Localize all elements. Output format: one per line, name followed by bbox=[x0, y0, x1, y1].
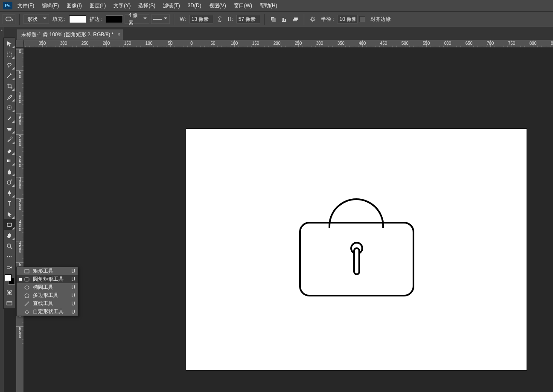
keyhole-slot-shape[interactable] bbox=[353, 247, 360, 275]
svg-rect-20 bbox=[7, 52, 12, 56]
ruler-origin[interactable] bbox=[16, 40, 24, 48]
path-selection-tool[interactable] bbox=[4, 209, 15, 219]
menu-item[interactable]: 文件(F) bbox=[14, 0, 38, 12]
eraser-tool[interactable] bbox=[4, 145, 15, 155]
menu-item[interactable]: 3D(D) bbox=[184, 0, 205, 12]
menu-item[interactable]: 选择(S) bbox=[134, 0, 159, 12]
svg-point-39 bbox=[25, 286, 29, 289]
flyout-item-shortcut: U bbox=[71, 301, 75, 307]
canvas-viewport[interactable] bbox=[24, 48, 553, 392]
flyout-item-label: 多边形工具 bbox=[33, 292, 58, 299]
close-tab-icon[interactable]: × bbox=[117, 32, 120, 38]
brush-tool[interactable] bbox=[4, 113, 15, 123]
shape-tool-flyout: 矩形工具U圆角矩形工具U椭圆工具U多边形工具U直线工具U自定形状工具U bbox=[16, 267, 78, 316]
document-tab-title: 未标题-1 @ 100% (圆角矩形 2, RGB/8) * bbox=[21, 31, 114, 38]
svg-point-28 bbox=[7, 244, 11, 247]
svg-rect-27 bbox=[7, 223, 12, 226]
width-input[interactable] bbox=[189, 15, 213, 23]
align-edges-label: 对齐边缘 bbox=[370, 16, 391, 23]
flyout-item-custom[interactable]: 自定形状工具U bbox=[17, 308, 78, 316]
menu-item[interactable]: 编辑(E) bbox=[38, 0, 63, 12]
ruler-vertical[interactable]: 050100150200250300350400450500550600650 bbox=[16, 48, 24, 392]
stroke-swatch[interactable] bbox=[106, 15, 123, 23]
stroke-style-dropdown[interactable] bbox=[151, 15, 170, 24]
svg-line-17 bbox=[314, 20, 314, 21]
link-wh-icon[interactable] bbox=[215, 15, 224, 24]
screen-mode-icon[interactable] bbox=[4, 298, 15, 308]
flyout-item-shortcut: U bbox=[71, 309, 75, 315]
lasso-tool[interactable] bbox=[4, 59, 15, 70]
swap-colors[interactable] bbox=[4, 262, 15, 273]
svg-point-31 bbox=[9, 256, 10, 257]
document-tab[interactable]: 未标题-1 @ 100% (圆角矩形 2, RGB/8) * × bbox=[17, 29, 123, 40]
svg-line-19 bbox=[314, 17, 314, 18]
svg-point-30 bbox=[7, 256, 8, 257]
flyout-item-shortcut: U bbox=[71, 268, 75, 274]
flyout-item-rect[interactable]: 矩形工具U bbox=[17, 267, 78, 275]
svg-line-18 bbox=[311, 20, 311, 21]
gear-icon[interactable] bbox=[308, 15, 317, 24]
crop-tool[interactable] bbox=[4, 81, 15, 91]
shape-tool[interactable] bbox=[4, 219, 15, 230]
flyout-item-poly[interactable]: 多边形工具U bbox=[17, 291, 78, 299]
zoom-tool[interactable] bbox=[4, 241, 15, 251]
width-label: W: bbox=[180, 16, 186, 22]
healing-brush-tool[interactable] bbox=[4, 102, 15, 113]
quick-mask-icon[interactable] bbox=[4, 287, 15, 298]
svg-line-16 bbox=[311, 17, 311, 18]
more-tools[interactable] bbox=[4, 251, 15, 262]
menu-item[interactable]: 图像(I) bbox=[63, 0, 85, 12]
magic-wand-tool[interactable] bbox=[4, 70, 15, 81]
svg-point-23 bbox=[7, 181, 11, 184]
type-tool[interactable]: T bbox=[4, 198, 15, 209]
marquee-tool[interactable] bbox=[4, 49, 15, 59]
flyout-item-shortcut: U bbox=[71, 276, 75, 282]
radius-input[interactable] bbox=[337, 15, 358, 23]
history-brush-tool[interactable] bbox=[4, 134, 15, 145]
svg-rect-36 bbox=[7, 302, 12, 302]
fill-swatch[interactable] bbox=[69, 15, 86, 23]
document-canvas[interactable] bbox=[186, 129, 527, 370]
tool-mode-dropdown[interactable]: 形状 bbox=[23, 15, 49, 24]
menu-item[interactable]: 视图(V) bbox=[205, 0, 230, 12]
eyedropper-tool[interactable] bbox=[4, 91, 15, 102]
app-logo: Ps bbox=[2, 1, 14, 10]
menu-item[interactable]: 窗口(W) bbox=[230, 0, 256, 12]
separator bbox=[19, 14, 20, 25]
pen-tool[interactable] bbox=[4, 187, 15, 198]
path-arrange-icon[interactable] bbox=[291, 15, 300, 24]
dodge-tool[interactable] bbox=[4, 177, 15, 187]
hand-tool[interactable] bbox=[4, 230, 15, 241]
document-tab-bar: 未标题-1 @ 100% (圆角矩形 2, RGB/8) * × bbox=[0, 27, 553, 40]
menu-item[interactable]: 文字(Y) bbox=[110, 0, 134, 12]
color-swatches[interactable] bbox=[4, 273, 15, 287]
move-tool[interactable] bbox=[4, 38, 15, 49]
ruler-horizontal[interactable]: 4003503002502001501005005010015020025030… bbox=[24, 40, 553, 48]
menu-item[interactable]: 帮助(H) bbox=[256, 0, 281, 12]
height-input[interactable] bbox=[236, 15, 260, 23]
separator bbox=[264, 14, 265, 25]
flyout-item-label: 自定形状工具 bbox=[33, 308, 64, 315]
gradient-tool[interactable] bbox=[4, 155, 15, 166]
clone-stamp-tool[interactable] bbox=[4, 123, 15, 134]
menu-item[interactable]: 图层(L) bbox=[86, 0, 110, 12]
tool-preset-icon[interactable] bbox=[3, 14, 15, 24]
path-align-icon[interactable] bbox=[279, 15, 289, 24]
stroke-width-dropdown[interactable]: 4 像素 bbox=[125, 15, 149, 24]
align-edges-checkbox[interactable] bbox=[359, 16, 365, 22]
menu-item[interactable]: 滤镜(T) bbox=[159, 0, 183, 12]
stroke-label: 描边 : bbox=[90, 16, 103, 23]
foreground-color-swatch[interactable] bbox=[5, 274, 12, 281]
svg-line-41 bbox=[25, 302, 29, 306]
flyout-item-shortcut: U bbox=[71, 285, 75, 290]
blur-tool[interactable] bbox=[4, 166, 15, 177]
flyout-item-ellipse[interactable]: 椭圆工具U bbox=[17, 283, 78, 291]
flyout-item-line[interactable]: 直线工具U bbox=[17, 299, 78, 308]
tool-mode-label: 形状 bbox=[27, 16, 38, 23]
options-bar: 形状 填充 : 描边 : 4 像素 W: H: 半径 : 对齐边缘 bbox=[0, 12, 553, 27]
menu-bar: Ps 文件(F)编辑(E)图像(I)图层(L)文字(Y)选择(S)滤镜(T)3D… bbox=[0, 0, 553, 12]
svg-rect-2 bbox=[6, 17, 11, 21]
flyout-item-label: 矩形工具 bbox=[33, 267, 53, 275]
flyout-item-rrect[interactable]: 圆角矩形工具U bbox=[17, 275, 78, 283]
path-ops-icon[interactable] bbox=[268, 15, 278, 24]
